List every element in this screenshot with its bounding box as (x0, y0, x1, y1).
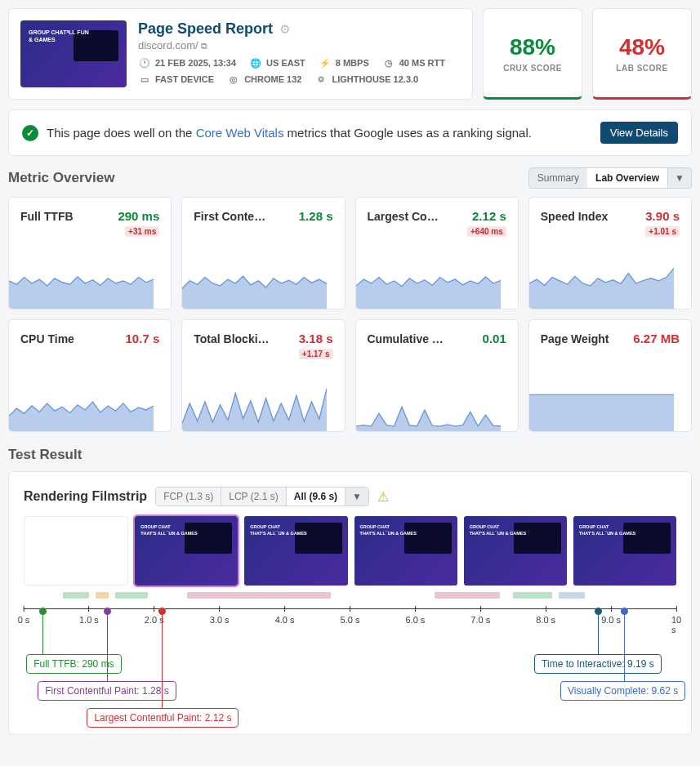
crux-score-card[interactable]: 88% CRUX SCORE (483, 8, 582, 100)
latency-icon: ◷ (382, 56, 395, 69)
metric-card[interactable]: Full TTFB290 ms+31 ms (8, 197, 172, 310)
timeline-axis: 0 s1.0 s2.0 s3.0 s4.0 s5.0 s6.0 s7.0 s8.… (24, 608, 676, 628)
speed-icon: ⚡ (319, 56, 332, 69)
axis-tick: 7.0 s (470, 606, 490, 625)
metric-value: 6.27 MB (633, 332, 680, 345)
metric-value: 290 ms (118, 209, 159, 223)
metric-value: 0.01 (483, 332, 506, 345)
metric-value: 2.12 s (472, 209, 506, 223)
axis-tick: 6.0 s (405, 606, 425, 625)
warning-icon[interactable]: ⚠ (377, 489, 389, 505)
sparkline-chart (182, 258, 327, 309)
metric-value: 3.90 s (645, 209, 680, 223)
filmstrip-frame[interactable] (244, 516, 347, 586)
metric-value: 10.7 s (126, 332, 160, 345)
toggle-dropdown[interactable]: ▼ (667, 168, 691, 188)
page-title: Page Speed Report (138, 20, 273, 38)
metric-name: Speed Index (541, 210, 608, 223)
metric-name: First Contentf… (194, 210, 270, 223)
filmstrip-card: Rendering Filmstrip FCP (1.3 s) LCP (2.1… (8, 471, 692, 735)
axis-tick: 4.0 s (275, 606, 295, 625)
browser-icon: ◎ (227, 73, 240, 86)
globe-icon: 🌐 (249, 56, 262, 69)
axis-tick: 3.0 s (210, 606, 230, 625)
sparkline-chart (529, 258, 674, 309)
metric-card[interactable]: Total Blocking …3.18 s+1.17 s (181, 319, 345, 432)
crux-score-value: 88% (510, 34, 555, 60)
lab-score-card[interactable]: 48% LAB SCORE (592, 8, 692, 100)
report-summary-card: Page Speed Report ⚙ discord.com/ ⧉ 🕐21 F… (8, 8, 473, 100)
crux-score-label: CRUX SCORE (503, 64, 562, 73)
metric-card[interactable]: Cumulative Lay…0.01 (355, 319, 519, 432)
metric-name: Largest Conte… (368, 210, 444, 223)
pill-fcp[interactable]: FCP (1.3 s) (156, 488, 221, 505)
filmstrip-frame[interactable] (135, 516, 238, 586)
toggle-lab-overview[interactable]: Lab Overview (587, 168, 667, 188)
clock-icon: 🕐 (138, 56, 151, 69)
metric-card[interactable]: Largest Conte…2.12 s+640 ms (355, 197, 519, 310)
metric-card[interactable]: Page Weight6.27 MB (528, 319, 692, 432)
lab-score-value: 48% (619, 34, 665, 60)
lab-score-label: LAB SCORE (616, 64, 667, 73)
metric-name: CPU Time (20, 332, 74, 345)
timeline: 0 s1.0 s2.0 s3.0 s4.0 s5.0 s6.0 s7.0 s8.… (24, 592, 676, 715)
page-thumbnail (20, 20, 127, 87)
pill-dropdown[interactable]: ▼ (346, 488, 368, 505)
device-icon: ▭ (138, 73, 151, 86)
toggle-summary[interactable]: Summary (529, 168, 587, 188)
metric-name: Full TTFB (20, 210, 74, 223)
metric-overview-title: Metric Overview (8, 170, 114, 186)
sparkline-chart (529, 381, 674, 431)
view-details-button[interactable]: View Details (600, 122, 678, 144)
metric-name: Cumulative Lay… (368, 332, 444, 345)
axis-tick: 0 s (18, 606, 30, 625)
core-web-vitals-link[interactable]: Core Web Vitals (196, 126, 284, 140)
filmstrip-range-toggle: FCP (1.3 s) LCP (2.1 s) All (9.6 s) ▼ (155, 487, 369, 506)
metric-delta: +1.17 s (299, 349, 333, 359)
metric-delta: +31 ms (125, 226, 159, 237)
filmstrip-frame[interactable] (573, 516, 676, 586)
test-result-title: Test Result (8, 447, 82, 463)
filmstrip-title: Rendering Filmstrip (24, 489, 147, 504)
vitals-banner: ✓ This page does well on the Core Web Vi… (8, 109, 692, 156)
page-domain[interactable]: discord.com/ ⧉ (138, 39, 445, 51)
metric-value: 1.28 s (299, 209, 333, 223)
filmstrip-frame[interactable] (464, 516, 567, 586)
pill-lcp[interactable]: LCP (2.1 s) (221, 488, 286, 505)
metric-card[interactable]: Speed Index3.90 s+1.01 s (528, 197, 692, 310)
sparkline-chart (9, 258, 154, 309)
metric-value: 3.18 s (299, 332, 333, 345)
check-icon: ✓ (22, 125, 38, 141)
axis-tick: 8.0 s (536, 606, 555, 625)
external-link-icon[interactable]: ⧉ (201, 41, 207, 51)
metric-delta: +640 ms (467, 226, 506, 237)
sparkline-chart (356, 381, 501, 431)
metric-card[interactable]: CPU Time10.7 s (8, 319, 172, 432)
filmstrip-frame[interactable] (354, 516, 457, 586)
sparkline-chart (182, 381, 327, 431)
axis-tick: 10 s (671, 606, 681, 635)
lighthouse-icon: ⛭ (314, 73, 328, 86)
sparkline-chart (356, 258, 501, 309)
axis-tick: 1.0 s (79, 606, 99, 625)
metric-card[interactable]: First Contentf…1.28 s (181, 197, 345, 310)
metric-delta: +1.01 s (645, 226, 680, 237)
gear-icon[interactable]: ⚙ (279, 22, 290, 36)
axis-tick: 9.0 s (601, 606, 621, 625)
filmstrip-frame[interactable] (24, 516, 128, 586)
pill-all[interactable]: All (9.6 s) (287, 488, 346, 505)
metric-grid: Full TTFB290 ms+31 msFirst Contentf…1.28… (8, 197, 692, 432)
filmstrip-frames (24, 516, 676, 586)
sparkline-chart (9, 381, 154, 431)
axis-tick: 5.0 s (341, 606, 360, 625)
vitals-message: This page does well on the Core Web Vita… (47, 126, 592, 140)
overview-toggle: Summary Lab Overview ▼ (528, 167, 692, 189)
metric-name: Total Blocking … (194, 332, 270, 345)
metric-name: Page Weight (541, 332, 609, 345)
